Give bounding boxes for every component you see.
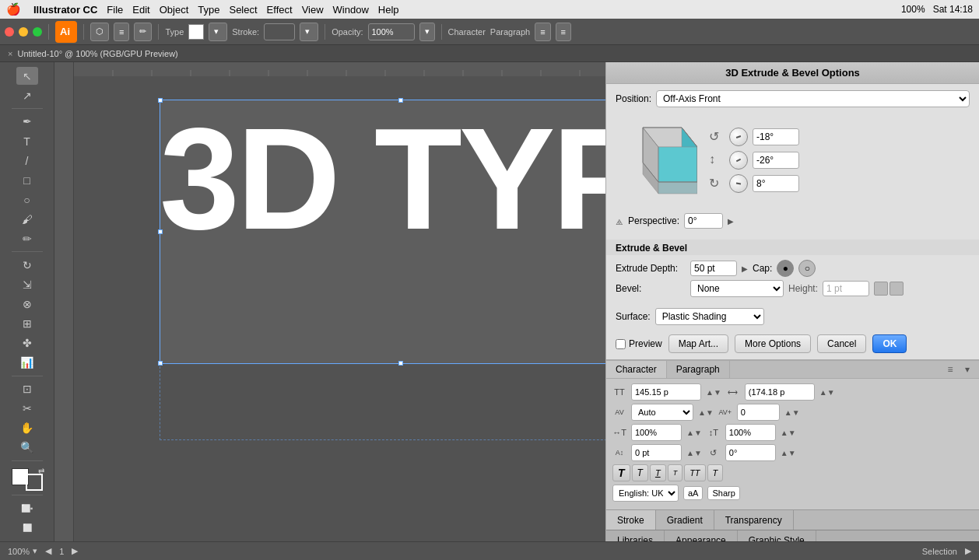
- hand-tool[interactable]: ✋: [16, 419, 38, 437]
- perspective-arrow[interactable]: ▶: [728, 217, 734, 226]
- char-label[interactable]: Character: [448, 27, 486, 37]
- preview-checkbox[interactable]: [616, 339, 626, 349]
- pencil-tool[interactable]: ✏: [16, 229, 38, 247]
- align-right[interactable]: ≡: [556, 23, 571, 41]
- status-arrow[interactable]: ▶: [965, 546, 971, 556]
- selection-tool[interactable]: ↖: [16, 67, 38, 85]
- symbol-tool[interactable]: ✤: [16, 334, 38, 352]
- cap-btn-solid[interactable]: ●: [777, 260, 794, 277]
- preview-label[interactable]: Preview: [616, 338, 662, 349]
- tracking-input[interactable]: [745, 383, 815, 401]
- menu-file[interactable]: File: [107, 4, 123, 16]
- kerning-select[interactable]: Auto: [631, 404, 693, 421]
- ok-button[interactable]: OK: [872, 334, 907, 353]
- warp-tool[interactable]: ⊗: [16, 295, 38, 313]
- traffic-light-close[interactable]: [5, 27, 14, 37]
- align-left[interactable]: ≡: [535, 23, 550, 41]
- tracking-num-arrow[interactable]: ▲▼: [784, 408, 800, 417]
- surface-select[interactable]: Plastic Shading Diffuse Shading No Shadi…: [655, 308, 764, 325]
- menu-effect[interactable]: Effect: [267, 4, 293, 16]
- free-transform-tool[interactable]: ⊞: [16, 314, 38, 332]
- menu-help[interactable]: Help: [378, 4, 399, 16]
- vscale-input[interactable]: [725, 424, 776, 441]
- zoom-control[interactable]: 100% ▾: [8, 546, 37, 556]
- menu-window[interactable]: Window: [333, 4, 369, 16]
- fill-options[interactable]: ▾: [209, 23, 227, 41]
- pen-tool[interactable]: ✒: [16, 113, 38, 131]
- opacity-options[interactable]: ▾: [419, 23, 435, 41]
- map-art-button[interactable]: Map Art...: [668, 334, 728, 353]
- height-input[interactable]: [823, 281, 869, 296]
- height-icon-1[interactable]: [874, 282, 888, 296]
- tab-graphic-style[interactable]: Graphic Style: [738, 530, 816, 541]
- tab-appearance[interactable]: Appearance: [665, 530, 738, 541]
- rotate-input[interactable]: [725, 444, 776, 461]
- scale-tool[interactable]: ⇲: [16, 275, 38, 293]
- type-btn-6[interactable]: T: [707, 464, 724, 481]
- baseline-arrow[interactable]: ▲▼: [686, 449, 702, 457]
- traffic-light-min[interactable]: [19, 27, 28, 37]
- nav-next[interactable]: ▶: [72, 546, 78, 556]
- screen-mode-btn[interactable]: ⬜: [16, 519, 38, 537]
- pen-tool-btn[interactable]: ✏: [134, 23, 152, 41]
- stroke-box[interactable]: [26, 474, 43, 491]
- type-btn-2[interactable]: T: [632, 464, 648, 481]
- menu-type[interactable]: Type: [198, 4, 219, 16]
- rotate-arrow[interactable]: ▲▼: [781, 449, 796, 457]
- cancel-button[interactable]: Cancel: [817, 334, 866, 353]
- angle-input-2[interactable]: [753, 152, 799, 169]
- fill-options-btn[interactable]: ⬜▪: [16, 499, 38, 517]
- type-btn-5[interactable]: TT: [684, 464, 705, 481]
- apple-menu[interactable]: 🍎: [6, 2, 21, 16]
- rotate-v-icon[interactable]: ↕: [709, 152, 725, 168]
- tab-character[interactable]: Character: [606, 361, 667, 378]
- bevel-select[interactable]: None: [690, 280, 784, 297]
- lang-select[interactable]: English: UK: [612, 485, 679, 502]
- rect-tool[interactable]: □: [16, 171, 38, 189]
- color-selector[interactable]: ⇄: [12, 468, 43, 492]
- extrude-arrow[interactable]: ▶: [742, 264, 748, 273]
- angle-dial-1[interactable]: [729, 128, 748, 146]
- artboard-tool[interactable]: ⊡: [16, 380, 38, 397]
- hscale-arrow[interactable]: ▲▼: [686, 429, 702, 437]
- angle-input-3[interactable]: [753, 175, 799, 192]
- direct-select-tool[interactable]: ↗: [16, 86, 38, 104]
- angle-input-1[interactable]: [753, 128, 799, 145]
- stroke-options[interactable]: ▾: [300, 23, 318, 41]
- brush-tool[interactable]: 🖌: [16, 210, 38, 228]
- angle-dial-3[interactable]: [729, 174, 748, 193]
- zoom-arrow[interactable]: ▾: [33, 546, 37, 556]
- nav-prev[interactable]: ◀: [45, 546, 51, 556]
- tab-transparency[interactable]: Transparency: [714, 510, 794, 530]
- type-btn-3[interactable]: T: [650, 464, 666, 481]
- more-options-button[interactable]: More Options: [735, 334, 811, 353]
- workspace-toggle[interactable]: ≡: [114, 23, 129, 41]
- hscale-input[interactable]: [631, 424, 682, 441]
- swap-icon[interactable]: ⇄: [38, 467, 44, 475]
- bar-chart-tool[interactable]: 📊: [16, 354, 38, 372]
- char-panel-collapse[interactable]: ▾: [960, 362, 974, 376]
- perspective-input[interactable]: [684, 213, 723, 229]
- tab-paragraph[interactable]: Paragraph: [667, 361, 730, 378]
- baseline-input[interactable]: [631, 444, 682, 461]
- type-tool[interactable]: T: [16, 132, 38, 150]
- ellipse-tool[interactable]: ○: [16, 191, 38, 208]
- rotate-d-icon[interactable]: ↻: [709, 176, 725, 191]
- slice-tool[interactable]: ✂: [16, 399, 38, 417]
- tab-libraries[interactable]: Libraries: [606, 530, 665, 541]
- font-size-arrow[interactable]: ▲▼: [706, 388, 721, 397]
- sharp-badge[interactable]: Sharp: [707, 486, 739, 500]
- rotate-tool[interactable]: ↻: [16, 256, 38, 274]
- tracking-arrow[interactable]: ▲▼: [819, 388, 835, 397]
- vscale-arrow[interactable]: ▲▼: [781, 429, 796, 437]
- doc-close[interactable]: ×: [8, 49, 12, 58]
- menu-object[interactable]: Object: [160, 4, 189, 16]
- tab-stroke[interactable]: Stroke: [606, 510, 656, 530]
- position-select[interactable]: Off-Axis Front: [656, 90, 970, 107]
- type-btn-1[interactable]: T: [612, 464, 630, 481]
- menu-select[interactable]: Select: [229, 4, 257, 16]
- tools-toggle[interactable]: ⬡: [90, 23, 109, 41]
- cap-btn-hollow[interactable]: ○: [798, 260, 816, 277]
- font-size-input[interactable]: [631, 383, 701, 401]
- line-tool[interactable]: /: [16, 152, 38, 170]
